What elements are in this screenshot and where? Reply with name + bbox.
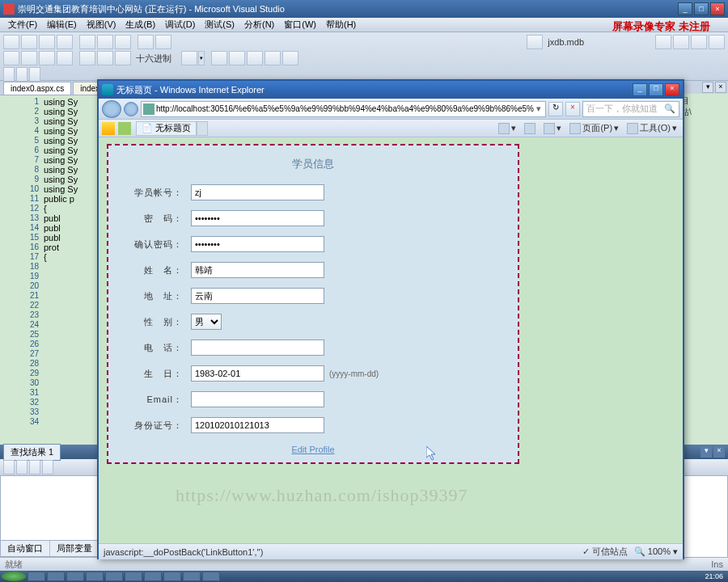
vs-maximize-button[interactable]: □ [694, 2, 709, 15]
input-confirm[interactable] [191, 236, 324, 252]
feeds-button[interactable] [522, 123, 538, 134]
menu-edit[interactable]: 编辑(E) [42, 18, 82, 32]
refresh-button[interactable]: ↻ [548, 102, 563, 116]
url-dropdown-icon[interactable]: ▾ [534, 103, 544, 114]
favorites-star-icon[interactable] [102, 122, 115, 135]
debug-stop-icon[interactable] [39, 51, 55, 65]
toolbar-new-icon[interactable] [3, 35, 19, 49]
search-icon[interactable]: 🔍 [664, 103, 675, 114]
new-tab-button[interactable] [197, 121, 208, 136]
toolbar-indent-icon[interactable] [229, 51, 245, 65]
menu-build[interactable]: 生成(B) [121, 18, 160, 32]
toolbar-paste-icon[interactable] [115, 35, 131, 49]
tab-index0-cs[interactable]: index0.aspx.cs [3, 82, 71, 95]
add-favorite-icon[interactable] [118, 122, 131, 135]
tools-menu[interactable]: 工具(O)▾ [624, 122, 679, 134]
toolbar-redo-icon[interactable] [155, 35, 171, 49]
panel-dropdown-icon[interactable]: ▾ [700, 446, 712, 458]
toolbar-copy-icon[interactable] [97, 35, 113, 49]
home-button[interactable]: ▾ [496, 123, 518, 134]
ie-close-button[interactable]: × [665, 83, 679, 96]
toolbar-color-icon[interactable] [181, 51, 197, 65]
taskbar-item-4[interactable] [86, 571, 104, 581]
toolbar-outdent-icon[interactable] [211, 51, 227, 65]
debug-restart-icon[interactable] [57, 51, 73, 65]
url-input[interactable] [156, 104, 534, 113]
taskbar-item-1[interactable] [28, 571, 45, 581]
panel-tool4-icon[interactable] [42, 460, 53, 474]
panel-tool1-icon[interactable] [3, 460, 15, 474]
toolbar-open-icon[interactable] [21, 35, 37, 49]
toolbar-misc1-icon[interactable] [655, 35, 671, 49]
toolbar-comment-icon[interactable] [247, 51, 263, 65]
taskbar-item-5[interactable] [105, 571, 123, 581]
panel-tool2-icon[interactable] [16, 460, 28, 474]
ie-minimize-button[interactable]: _ [633, 83, 647, 96]
stop-button[interactable]: × [565, 102, 580, 116]
input-password[interactable] [191, 210, 324, 226]
trusted-site-indicator[interactable]: ✓ 可信站点 [582, 546, 628, 558]
toolbar-db-icon[interactable] [527, 35, 543, 49]
toolbar-misc2-icon[interactable] [673, 35, 689, 49]
forward-button[interactable] [124, 102, 138, 116]
input-address[interactable] [191, 288, 324, 304]
toolbar-saveall-icon[interactable] [57, 35, 73, 49]
search-box[interactable]: 百一下，你就知道 🔍 [582, 101, 679, 117]
panel-close-icon[interactable]: × [713, 446, 725, 458]
ie-titlebar[interactable]: 无标题页 - Windows Internet Explorer _ □ × [99, 81, 683, 99]
tab-autos[interactable]: 自动窗口 [1, 541, 50, 556]
toolbar-undo-icon[interactable] [138, 35, 154, 49]
taskbar-item-8[interactable] [163, 571, 181, 581]
taskbar-clock[interactable]: 21:06 [701, 572, 726, 580]
tab-locals[interactable]: 局部变量 [50, 541, 99, 556]
tab-dropdown-icon[interactable]: ▾ [702, 82, 713, 93]
menu-help[interactable]: 帮助(H) [321, 18, 361, 32]
taskbar-item-2[interactable] [47, 571, 65, 581]
menu-view[interactable]: 视图(V) [82, 18, 121, 32]
toolbar-row3-c-icon[interactable] [29, 67, 40, 82]
debug-continue-icon[interactable] [3, 51, 19, 65]
input-phone[interactable] [191, 340, 324, 356]
debug-stepover-icon[interactable] [97, 51, 113, 65]
toolbar-misc3-icon[interactable] [691, 35, 707, 49]
zoom-level[interactable]: 🔍 100% ▾ [634, 546, 678, 557]
menu-analyze[interactable]: 分析(N) [239, 18, 279, 32]
debug-stepout-icon[interactable] [115, 51, 131, 65]
toolbar-bookmark-icon[interactable] [282, 51, 298, 65]
vs-minimize-button[interactable]: _ [678, 2, 692, 15]
taskbar-item-9[interactable] [183, 571, 201, 581]
taskbar-item-3[interactable] [66, 571, 84, 581]
taskbar-item-10[interactable] [202, 571, 220, 581]
input-name[interactable] [191, 262, 324, 278]
tab-close-icon[interactable]: × [715, 82, 726, 93]
toolbar-row3-a-icon[interactable] [3, 67, 15, 82]
menu-debug[interactable]: 调试(D) [160, 18, 200, 32]
toolbar-save-icon[interactable] [39, 35, 55, 49]
toolbar-misc4-icon[interactable] [709, 35, 725, 49]
taskbar-item-7[interactable] [144, 571, 162, 581]
toolbar-cut-icon[interactable] [79, 35, 95, 49]
panel-tool3-icon[interactable] [29, 460, 40, 474]
input-idcard[interactable] [191, 417, 324, 433]
start-button[interactable] [2, 571, 26, 581]
menu-file[interactable]: 文件(F) [3, 18, 42, 32]
menu-test[interactable]: 测试(S) [200, 18, 239, 32]
debug-stepinto-icon[interactable] [79, 51, 95, 65]
input-username[interactable] [191, 184, 324, 200]
menu-window[interactable]: 窗口(W) [279, 18, 321, 32]
toolbar-uncomment-icon[interactable] [265, 51, 281, 65]
address-bar[interactable]: ▾ [141, 101, 546, 117]
debug-pause-icon[interactable] [21, 51, 37, 65]
ie-maximize-button[interactable]: □ [649, 83, 663, 96]
vs-close-button[interactable]: × [710, 2, 725, 15]
print-button[interactable]: ▾ [541, 123, 564, 134]
input-email[interactable] [191, 391, 324, 407]
toolbar-row3-b-icon[interactable] [16, 67, 28, 82]
chevron-down-icon[interactable]: ▾ [198, 51, 205, 65]
select-gender[interactable]: 男 [191, 314, 222, 330]
taskbar-item-6[interactable] [125, 571, 142, 581]
input-birthday[interactable] [191, 365, 324, 382]
find-results-tab[interactable]: 查找结果 1 [3, 444, 61, 461]
back-button[interactable] [102, 100, 121, 118]
browser-tab-active[interactable]: 📄 无标题页 [136, 121, 197, 136]
